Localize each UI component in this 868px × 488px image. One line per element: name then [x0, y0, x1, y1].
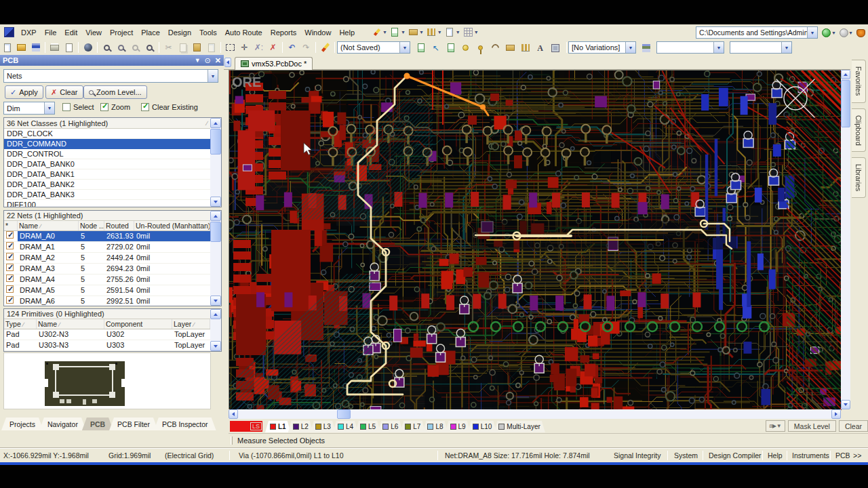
- menu-window[interactable]: Window: [300, 27, 335, 38]
- combo-arrow-icon[interactable]: ▼: [208, 70, 218, 82]
- doc-tool-icon[interactable]: [388, 26, 402, 39]
- view3d-icon[interactable]: [81, 41, 95, 54]
- variations-combo[interactable]: [No Variations]▼: [568, 41, 636, 54]
- tab-scroll-left[interactable]: [224, 58, 231, 67]
- net-row[interactable]: DRAM_A152729.020mil: [4, 242, 221, 253]
- layer-tab-l10[interactable]: L10: [468, 421, 497, 432]
- row-checkbox[interactable]: [6, 264, 14, 271]
- paste-special-icon[interactable]: [204, 41, 218, 54]
- zoom-area-icon[interactable]: [114, 41, 128, 54]
- scroll-down-button[interactable]: [841, 400, 850, 409]
- dropdown-arrow-icon[interactable]: ▼: [401, 30, 406, 35]
- panel-pin-icon[interactable]: ⊙: [205, 56, 211, 65]
- arc-icon[interactable]: [488, 41, 502, 54]
- layer-tab-l5[interactable]: L5: [355, 421, 380, 432]
- pointer-icon[interactable]: ↖: [429, 41, 443, 54]
- scroll-thumb[interactable]: [337, 409, 351, 419]
- mask-sort-icon[interactable]: 8▶▼: [766, 420, 785, 432]
- pcb-hscrollbar[interactable]: [229, 409, 841, 419]
- list-item[interactable]: DIFF100: [4, 200, 221, 207]
- fill-icon[interactable]: [503, 41, 517, 54]
- combo-arrow-icon[interactable]: ▼: [781, 42, 791, 53]
- select-rect-icon[interactable]: [223, 41, 237, 54]
- copy-icon[interactable]: [176, 41, 190, 54]
- tab-favorites[interactable]: Favorites: [852, 60, 866, 103]
- menu-help[interactable]: Help: [335, 27, 359, 38]
- primitives-header[interactable]: 124 Primitives (0 Highlighted): [4, 309, 210, 319]
- zoom-level-button[interactable]: Zoom Level...: [83, 85, 147, 99]
- zoom-in-icon[interactable]: [128, 41, 142, 54]
- move-icon[interactable]: ✛: [237, 41, 252, 54]
- string-icon[interactable]: A: [533, 41, 547, 54]
- combo-arrow-icon[interactable]: ▼: [807, 27, 817, 38]
- via-icon[interactable]: [473, 41, 488, 54]
- open-icon[interactable]: [14, 41, 28, 54]
- scroll-thumb[interactable]: [210, 129, 221, 155]
- scroll-right-button[interactable]: [831, 409, 841, 419]
- nets-column-header[interactable]: * Name ∕ Node ... Routed Un-Routed (Manh…: [4, 221, 210, 231]
- save-icon[interactable]: [28, 41, 43, 54]
- dropdown-arrow-icon[interactable]: ▼: [848, 30, 853, 35]
- pcb-vscrollbar[interactable]: [841, 70, 850, 409]
- list-item[interactable]: DDR_DATA_BANK2: [4, 180, 221, 190]
- menu-edit[interactable]: Edit: [60, 27, 81, 38]
- interactive-route-icon[interactable]: [318, 41, 332, 54]
- component-icon[interactable]: [548, 41, 562, 54]
- current-layer-swatch[interactable]: LS: [230, 421, 262, 432]
- list-item[interactable]: DDR_DATA_BANK3: [4, 190, 221, 200]
- layer-tab-l2[interactable]: L2: [288, 421, 313, 432]
- redo-icon[interactable]: ↷: [299, 41, 313, 54]
- scroll-down-button[interactable]: [210, 341, 221, 351]
- clear-filter-icon[interactable]: ✗: [266, 41, 280, 54]
- pcb-panel-header[interactable]: PCB ▼⊙✕: [0, 55, 224, 66]
- net-row[interactable]: DRAM_A552591.540mil: [4, 285, 221, 296]
- panel-mode-combo[interactable]: Nets▼: [3, 69, 218, 83]
- saved-state-combo[interactable]: (Not Saved)▼: [337, 41, 410, 54]
- empty-combo-1[interactable]: ▼: [656, 41, 724, 54]
- net-classes-scrollbar[interactable]: [210, 118, 221, 207]
- status-instruments[interactable]: Instruments: [792, 451, 829, 460]
- row-checkbox[interactable]: [6, 285, 14, 293]
- tab-clipboard[interactable]: Clipboard: [852, 108, 866, 152]
- nets-header[interactable]: 22 Nets (1 Highlighted): [4, 211, 210, 221]
- net-row[interactable]: DRAM_A452755.260mil: [4, 274, 221, 285]
- undo-icon[interactable]: ↶: [285, 41, 299, 54]
- list-item[interactable]: DDR_DATA_BANK1: [4, 169, 221, 180]
- line-tool-icon[interactable]: [370, 26, 384, 39]
- net-row[interactable]: DRAM_A352694.230mil: [4, 264, 221, 274]
- document-tab[interactable]: vmx53.PcbDoc *: [235, 57, 313, 70]
- menu-tools[interactable]: Tools: [195, 27, 221, 38]
- layer-tab-l1[interactable]: L1: [265, 421, 291, 432]
- tab-pcb-inspector[interactable]: PCB Inspector: [154, 418, 216, 430]
- combo-arrow-icon[interactable]: ▼: [399, 42, 410, 53]
- panel-dropdown-icon[interactable]: ▼: [195, 57, 201, 64]
- primitives-scrollbar[interactable]: [210, 309, 221, 351]
- row-checkbox[interactable]: [6, 231, 14, 239]
- list-item-selected[interactable]: DDR_COMMAND: [4, 139, 221, 149]
- dropdown-arrow-icon[interactable]: ▼: [382, 30, 387, 35]
- edit-doc-icon[interactable]: [443, 41, 458, 54]
- layer-tab-l6[interactable]: L6: [378, 421, 403, 432]
- menu-reports[interactable]: Reports: [267, 27, 301, 38]
- list-item[interactable]: DDR_DATA_BANK0: [4, 159, 221, 169]
- nets-scrollbar[interactable]: [210, 211, 221, 306]
- sheet-tool-icon[interactable]: [443, 26, 457, 39]
- empty-combo-2[interactable]: ▼: [730, 41, 792, 54]
- align-tool-icon[interactable]: [425, 26, 439, 39]
- mask-level-button[interactable]: Mask Level: [788, 420, 836, 432]
- preview-icon[interactable]: [62, 41, 76, 54]
- primitives-column-header[interactable]: Type ∕ Name ∕ Component Layer ∕: [4, 319, 210, 329]
- dropdown-arrow-icon[interactable]: ▼: [831, 30, 836, 35]
- print-icon[interactable]: [47, 41, 62, 54]
- row-checkbox[interactable]: [6, 242, 14, 249]
- layer-tab-multilayer[interactable]: Multi-Layer: [494, 421, 545, 432]
- menu-design[interactable]: Design: [164, 27, 195, 38]
- layer-tab-l4[interactable]: L4: [333, 421, 358, 432]
- select-checkbox[interactable]: Select: [62, 103, 94, 111]
- scroll-up-button[interactable]: [210, 211, 221, 221]
- new-board-icon[interactable]: [414, 41, 428, 54]
- dropdown-arrow-icon[interactable]: ▼: [474, 30, 479, 35]
- combo-arrow-icon[interactable]: ▼: [44, 102, 54, 114]
- menu-autoroute[interactable]: Auto Route: [221, 27, 267, 38]
- status-more[interactable]: >>: [853, 451, 861, 460]
